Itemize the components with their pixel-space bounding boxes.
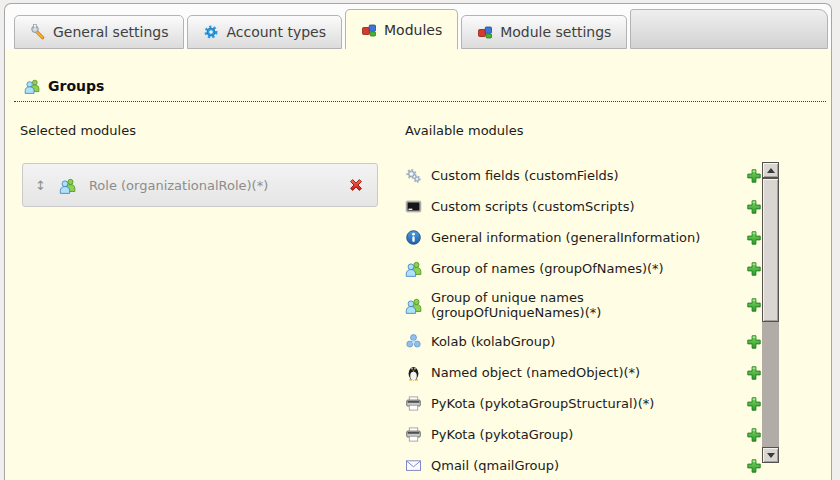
available-modules-list: Custom fields (customFields) Custom scri… [405,166,762,480]
module-label: Kolab (kolabGroup) [431,334,736,349]
available-module-row: Qmail (qmailGroup) [405,456,762,475]
module-label: Custom fields (customFields) [431,168,736,183]
add-module-button[interactable] [746,365,762,381]
selected-modules-label: Selected modules [20,123,136,138]
available-module-row: Named object (namedObject)(*) [405,363,762,382]
scroll-down-button[interactable] [762,447,779,463]
section-title: Groups [48,78,104,94]
info-icon [405,229,422,246]
penguin-icon [405,364,422,381]
group-icon [405,260,422,277]
add-module-button[interactable] [746,427,762,443]
group-icon [59,177,76,194]
scrollbar-thumb[interactable] [762,178,779,322]
section-heading-groups: Groups [14,78,826,102]
kolab-icon [405,333,422,350]
available-module-row: Kolab (kolabGroup) [405,332,762,351]
module-label: PyKota (pykotaGroupStructural)(*) [431,396,736,411]
scrollbar-track[interactable] [762,162,779,463]
selected-module-label: Role (organizationalRole)(*) [89,178,347,193]
add-module-button[interactable] [746,458,762,474]
modules-icon [477,24,493,40]
tab-general-settings[interactable]: General settings [14,15,184,49]
modules-icon [361,22,377,38]
printer-icon [405,395,422,412]
group-icon [405,297,422,314]
group-icon [24,78,40,94]
add-module-button[interactable] [746,297,762,313]
available-module-row: Group of unique names (groupOfUniqueName… [405,290,762,320]
module-label: PyKota (pykotaGroup) [431,427,736,442]
available-module-row: General information (generalInformation) [405,228,762,247]
add-module-button[interactable] [746,230,762,246]
module-label: General information (generalInformation) [431,230,736,245]
available-module-row: Custom scripts (customScripts) [405,197,762,216]
tab-label: Module settings [500,24,611,40]
tab-label: Account types [226,24,326,40]
module-label: Custom scripts (customScripts) [431,199,736,214]
module-label: Named object (namedObject)(*) [431,365,736,380]
tab-label: Modules [384,22,442,38]
selected-module-row[interactable]: ↕ Role (organizationalRole)(*) [22,163,378,207]
arrow-up-icon [767,168,775,173]
terminal-icon [405,198,422,215]
envelope-icon [405,457,422,474]
module-label: Qmail (qmailGroup) [431,458,736,473]
scroll-up-button[interactable] [762,162,779,178]
tab-module-settings[interactable]: Module settings [461,15,627,49]
tab-modules[interactable]: Modules [345,9,458,49]
gear-icon [203,24,219,40]
available-module-row: PyKota (pykotaGroupStructural)(*) [405,394,762,413]
printer-icon [405,426,422,443]
tab-bar: General settings Account types Modules M… [14,9,828,49]
add-module-button[interactable] [746,199,762,215]
add-module-button[interactable] [746,334,762,350]
tab-bar-filler [630,9,828,49]
add-module-button[interactable] [746,261,762,277]
gears-icon [405,167,422,184]
add-module-button[interactable] [746,396,762,412]
wrench-icon [30,24,46,40]
available-module-row: Custom fields (customFields) [405,166,762,185]
available-modules-label: Available modules [405,123,523,138]
drag-handle-icon[interactable]: ↕ [35,178,46,193]
module-label: Group of names (groupOfNames)(*) [431,261,736,276]
arrow-down-icon [767,453,775,458]
add-module-button[interactable] [746,168,762,184]
tab-label: General settings [53,24,168,40]
module-label: Group of unique names (groupOfUniqueName… [431,290,736,320]
remove-module-button[interactable] [347,176,365,194]
available-module-row: Group of names (groupOfNames)(*) [405,259,762,278]
tab-account-types[interactable]: Account types [187,15,342,49]
available-module-row: PyKota (pykotaGroup) [405,425,762,444]
